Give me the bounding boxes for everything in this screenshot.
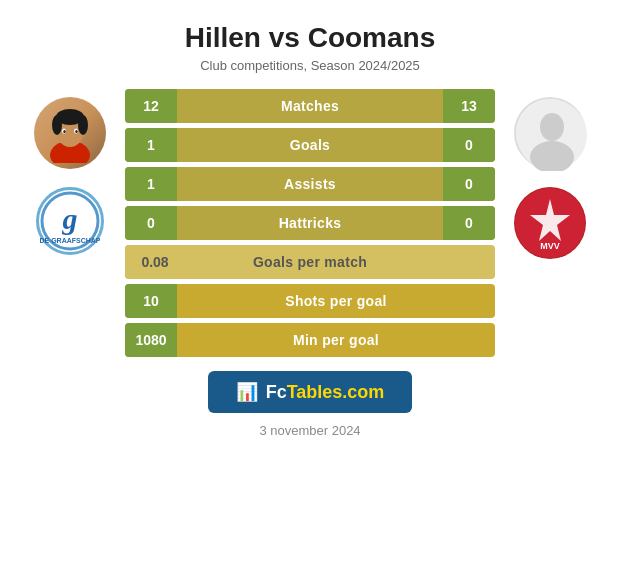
stats-table: 12 Matches 13 1 Goals 0 1 Assists 0 0 Ha… — [125, 89, 495, 357]
stat-left-value: 0 — [125, 206, 177, 240]
fctables-text: FcTables.com — [266, 382, 385, 403]
right-avatars: MVV — [505, 89, 595, 259]
svg-text:DE GRAAFSCHAP: DE GRAAFSCHAP — [40, 237, 100, 244]
player-coomans-avatar — [514, 97, 586, 169]
stat-label: Assists — [177, 176, 443, 192]
mvv-club-logo: MVV — [514, 187, 586, 259]
svg-point-8 — [63, 130, 65, 133]
stat-right-value: 13 — [443, 89, 495, 123]
stat-label: Shots per goal — [177, 293, 495, 309]
stat-row-assists: 1 Assists 0 — [125, 167, 495, 201]
page-header: Hillen vs Coomans Club competitions, Sea… — [185, 0, 436, 79]
fctables-badge[interactable]: 📊 FcTables.com — [208, 371, 413, 413]
stat-right-value: 0 — [443, 206, 495, 240]
stat-right-value: 0 — [443, 128, 495, 162]
stat-label: Goals — [177, 137, 443, 153]
page-title: Hillen vs Coomans — [185, 22, 436, 54]
player-hillen-avatar — [34, 97, 106, 169]
page-subtitle: Club competitions, Season 2024/2025 — [185, 58, 436, 73]
stat-row-hattricks: 0 Hattricks 0 — [125, 206, 495, 240]
svg-point-5 — [78, 115, 88, 135]
chart-icon: 📊 — [236, 381, 258, 403]
stat-left-value: 12 — [125, 89, 177, 123]
stat-label: Min per goal — [177, 332, 495, 348]
left-avatars: g DE GRAAFSCHAP — [25, 89, 115, 255]
graafschap-club-logo: g DE GRAAFSCHAP — [36, 187, 104, 255]
stat-row-shots-per-goal: 10 Shots per goal — [125, 284, 495, 318]
stat-left-value: 1080 — [125, 323, 177, 357]
stat-row-min-per-goal: 1080 Min per goal — [125, 323, 495, 357]
stat-label: Matches — [177, 98, 443, 114]
stat-left-value: 1 — [125, 167, 177, 201]
stat-label: Goals per match — [185, 254, 435, 270]
stat-left-value: 0.08 — [125, 245, 185, 279]
stat-row-goals: 1 Goals 0 — [125, 128, 495, 162]
stat-left-value: 1 — [125, 128, 177, 162]
main-content: g DE GRAAFSCHAP 12 Matches 13 1 Goals 0 … — [0, 79, 620, 357]
stat-row-goals-per-match: 0.08 Goals per match — [125, 245, 495, 279]
stat-row-matches: 12 Matches 13 — [125, 89, 495, 123]
svg-text:MVV: MVV — [540, 241, 560, 251]
stat-left-value: 10 — [125, 284, 177, 318]
svg-point-14 — [540, 113, 564, 141]
svg-point-9 — [75, 130, 77, 133]
svg-point-4 — [52, 115, 62, 135]
stat-label: Hattricks — [177, 215, 443, 231]
svg-text:g: g — [62, 202, 78, 235]
stat-right-value: 0 — [443, 167, 495, 201]
date-footer: 3 november 2024 — [259, 423, 360, 438]
